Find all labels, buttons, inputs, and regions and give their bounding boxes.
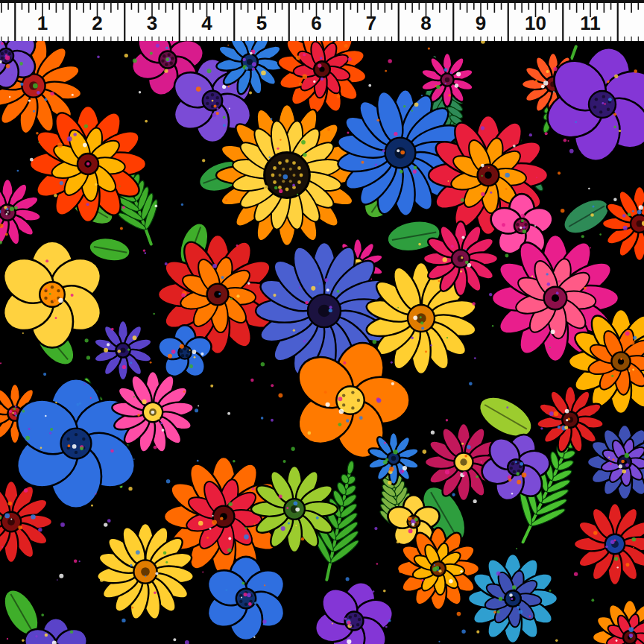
ruler-number: 4 — [201, 12, 212, 34]
fabric-swatch-photo: 1234567891011 — [0, 0, 644, 644]
ruler-number: 3 — [147, 12, 157, 34]
ruler-number: 8 — [420, 12, 431, 34]
ruler-number: 10 — [525, 12, 546, 34]
ruler-number: 1 — [37, 12, 48, 34]
ruler-number: 6 — [311, 12, 321, 34]
ruler-number: 5 — [256, 12, 267, 34]
ruler-number: 7 — [366, 12, 376, 34]
ruler-number: 2 — [92, 12, 102, 34]
floral-print — [0, 41, 644, 644]
ruler-number: 11 — [580, 12, 601, 34]
ruler-scale: 1234567891011 — [0, 0, 644, 41]
sunflower-motif — [216, 104, 358, 246]
floral-print-canvas — [0, 41, 644, 644]
ruler-number: 9 — [476, 12, 486, 34]
ruler: 1234567891011 — [0, 0, 644, 41]
